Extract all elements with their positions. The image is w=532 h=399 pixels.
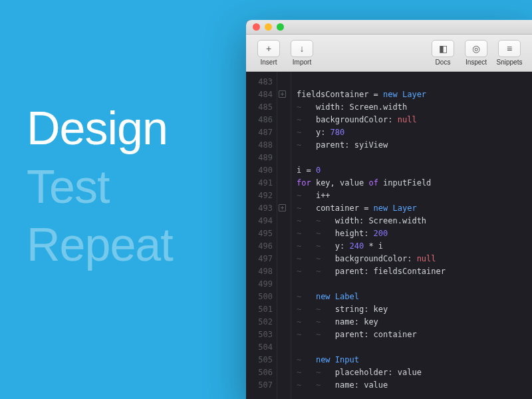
token-keyword: new (374, 203, 393, 213)
code-line[interactable]: ~ ~ height: 200 (291, 227, 532, 240)
code-line[interactable]: ~ new Input (291, 354, 532, 366)
code-line[interactable] (291, 341, 532, 354)
token-ident: inputField (383, 178, 431, 188)
line-number[interactable]: 501 (246, 303, 277, 316)
line-number[interactable]: 503 (246, 329, 277, 341)
token-op: : (359, 216, 368, 225)
line-number[interactable]: 486 (246, 114, 277, 126)
line-number[interactable]: 505 (246, 354, 277, 366)
line-gutter: 4834844854864874884894904914924934944954… (246, 72, 277, 399)
line-number[interactable]: 506 (246, 366, 277, 379)
code-line[interactable]: ~ ~ y: 240 * i (291, 240, 532, 253)
code-line[interactable]: fieldsContainer = new Layer (291, 88, 532, 101)
maximize-icon[interactable] (277, 23, 284, 31)
code-line[interactable] (291, 76, 532, 88)
code-line[interactable]: ~ new Label (291, 291, 532, 303)
code-line[interactable]: ~ i++ (291, 190, 532, 202)
token-class: Label (335, 292, 359, 301)
token-indent: ~ (297, 355, 316, 364)
code-line[interactable] (291, 152, 532, 164)
code-line[interactable]: ~ y: 780 (291, 126, 532, 139)
line-number[interactable]: 487 (246, 126, 277, 139)
code-line[interactable] (291, 278, 532, 291)
hero-line-1: Design (27, 100, 173, 158)
inspect-button[interactable]: ◎Inspect (460, 40, 492, 66)
line-number[interactable]: 494 (246, 215, 277, 227)
token-keyword: new (316, 355, 335, 364)
code-line[interactable]: ~ backgroundColor: null (291, 114, 532, 126)
token-ident: width (383, 102, 407, 112)
line-number[interactable]: 488 (246, 139, 277, 152)
code-line[interactable]: ~ ~ name: value (291, 379, 532, 392)
code-area[interactable]: fieldsContainer = new Layer~ width: Scre… (291, 72, 532, 399)
line-number[interactable]: 502 (246, 316, 277, 329)
token-indent: ~ ~ (297, 216, 335, 225)
token-indent: ~ ~ (297, 254, 335, 263)
line-number[interactable]: 499 (246, 278, 277, 291)
hero-line-3: Repeat (27, 216, 173, 275)
code-line[interactable]: ~ width: Screen.width (291, 101, 532, 114)
code-editor[interactable]: 4834844854864874884894904914924934944954… (246, 72, 532, 399)
canvas: Design Test Repeat +Insert↓Import ◧Docs◎… (0, 0, 532, 399)
line-number[interactable]: 493 (246, 202, 277, 215)
line-number[interactable]: 497 (246, 253, 277, 265)
line-number[interactable]: 483 (246, 76, 277, 88)
code-line[interactable]: ~ ~ string: key (291, 303, 532, 316)
token-op: : (344, 140, 354, 150)
line-number[interactable]: 496 (246, 240, 277, 253)
token-indent: ~ ~ (297, 317, 335, 327)
token-ident: key (374, 305, 388, 314)
token-ident: value (340, 178, 368, 188)
token-class: Input (335, 355, 359, 364)
token-ident: parent (316, 140, 344, 150)
token-ident: Screen (349, 102, 378, 112)
token-indent: ~ (297, 115, 316, 124)
line-number[interactable]: 492 (246, 190, 277, 202)
insert-button[interactable]: +Insert (253, 40, 285, 66)
minimize-icon[interactable] (265, 23, 272, 31)
code-line[interactable]: ~ ~ parent: container (291, 329, 532, 341)
token-op: = (374, 90, 383, 99)
code-line[interactable]: ~ container = new Layer (291, 202, 532, 215)
token-ident: fieldsContainer (297, 90, 374, 99)
toolbar-left-group: +Insert↓Import (253, 40, 318, 66)
line-number[interactable]: 504 (246, 341, 277, 354)
line-number[interactable]: 491 (246, 177, 277, 190)
line-number[interactable]: 498 (246, 265, 277, 278)
token-number: 200 (374, 229, 388, 238)
token-number: 780 (331, 128, 345, 137)
line-number[interactable]: 500 (246, 291, 277, 303)
code-line[interactable]: ~ parent: syiView (291, 139, 532, 152)
line-number[interactable]: 495 (246, 227, 277, 240)
import-button[interactable]: ↓Import (286, 40, 318, 66)
token-ident: i (378, 241, 383, 251)
line-number[interactable]: 507 (246, 379, 277, 392)
line-number[interactable]: 484 (246, 88, 277, 101)
line-number[interactable]: 485 (246, 101, 277, 114)
token-op: * (364, 241, 378, 251)
close-icon[interactable] (253, 23, 260, 31)
line-number[interactable]: 490 (246, 164, 277, 177)
token-op: : (354, 380, 364, 390)
code-line[interactable]: i = 0 (291, 164, 532, 177)
code-line[interactable]: ~ ~ parent: fieldsContainer (291, 265, 532, 278)
token-ident: backgroundColor (335, 254, 407, 263)
token-op: : (364, 330, 373, 339)
token-op: : (340, 102, 349, 112)
snippets-button[interactable]: ≡Snippets (493, 40, 525, 66)
code-line[interactable]: ~ ~ name: key (291, 316, 532, 329)
code-line[interactable]: ~ ~ width: Screen.width (291, 215, 532, 227)
snippets-button-label: Snippets (497, 59, 523, 66)
token-indent: ~ (297, 128, 316, 137)
token-op: : (388, 115, 397, 124)
code-line[interactable]: for key, value of inputField (291, 177, 532, 190)
token-ident: width (402, 216, 426, 225)
code-line[interactable]: ~ ~ backgroundColor: null (291, 253, 532, 265)
token-keyword2: of (368, 178, 383, 188)
token-ident: y (335, 241, 340, 251)
import-button-label: Import (293, 59, 311, 66)
line-number[interactable]: 489 (246, 152, 277, 164)
titlebar[interactable] (246, 20, 532, 35)
docs-button[interactable]: ◧Docs (427, 40, 459, 66)
code-line[interactable]: ~ ~ placeholder: value (291, 366, 532, 379)
